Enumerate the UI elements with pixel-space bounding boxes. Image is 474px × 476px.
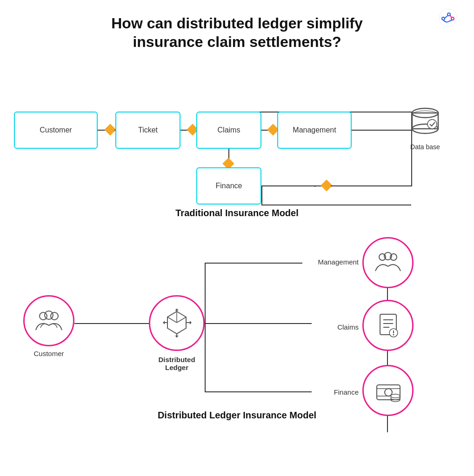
- traditional-model-label: Traditional Insurance Model: [0, 208, 474, 218]
- distributed-model-section: Customer Distributed Ledger Management C…: [0, 228, 474, 423]
- svg-line-15: [177, 317, 186, 323]
- line-mgmt-to-db: [352, 130, 412, 131]
- node-customer: Customer: [14, 112, 98, 149]
- svg-marker-24: [190, 321, 192, 324]
- svg-point-34: [393, 334, 394, 335]
- dist-node-ledger: [149, 295, 205, 351]
- node-management: Management: [277, 112, 352, 149]
- svg-marker-20: [175, 336, 179, 337]
- dist-line-ledger-mgmt: [205, 263, 302, 264]
- dist-line-ledger-claims: [205, 323, 312, 324]
- database-label: Data base: [407, 143, 444, 151]
- svg-point-9: [427, 119, 437, 129]
- svg-marker-18: [175, 309, 179, 311]
- line-bottom-h: [261, 205, 411, 205]
- node-finance: Finance: [196, 167, 261, 205]
- svg-point-41: [391, 394, 400, 398]
- dist-customer-label: Customer: [16, 350, 81, 357]
- dist-ledger-label: Distributed Ledger: [140, 356, 214, 371]
- dist-node-management: [362, 237, 414, 288]
- dist-line-ledger-finance: [205, 391, 312, 392]
- dist-line-customer-ledger: [74, 323, 150, 324]
- dist-claims-label: Claims: [337, 323, 359, 331]
- node-claims: Claims: [196, 112, 261, 149]
- svg-point-12: [45, 311, 53, 319]
- line-fin-to-edge: [331, 185, 411, 186]
- dist-node-finance: [362, 365, 414, 416]
- traditional-model-section: Customer Ticket Claims Management Financ…: [0, 65, 474, 223]
- database-icon: [407, 102, 444, 139]
- line-finance-right: [261, 185, 327, 186]
- svg-line-16: [167, 317, 177, 323]
- dist-line-ledger-mgmt-v: [205, 263, 206, 324]
- node-ticket: Ticket: [115, 112, 180, 149]
- line-right-v-lower: [411, 148, 412, 186]
- dist-management-label: Management: [318, 258, 359, 266]
- svg-marker-22: [163, 321, 165, 324]
- dist-node-customer: [23, 295, 74, 346]
- logo: [435, 8, 461, 27]
- dist-finance-label: Finance: [334, 388, 359, 396]
- line-fin-v: [261, 185, 262, 205]
- distributed-model-label: Distributed Ledger Insurance Model: [0, 410, 474, 421]
- page-title: How can distributed ledger simplify insu…: [98, 0, 377, 51]
- dist-node-claims: [362, 300, 414, 351]
